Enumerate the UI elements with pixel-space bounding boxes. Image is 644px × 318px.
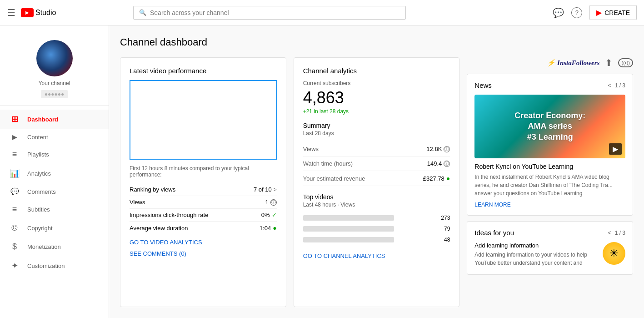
go-to-video-analytics-link[interactable]: GO TO VIDEO ANALYTICS: [130, 239, 277, 246]
sidebar-item-label: Dashboard: [27, 116, 58, 123]
summary-period: Last 28 days: [303, 130, 450, 136]
ctr-check-icon: ✓: [272, 212, 277, 218]
top-videos-period: Last 48 hours · Views: [303, 202, 450, 208]
search-bar[interactable]: 🔍: [133, 6, 406, 20]
help-icon[interactable]: ?: [571, 7, 582, 18]
latest-video-title: Latest video performance: [130, 67, 277, 75]
ranking-row: Ranking by views 7 of 10 >: [130, 183, 277, 196]
page-title: Channel dashboard: [120, 36, 633, 48]
top-video-row-3: 48: [303, 234, 450, 245]
ideas-text-area: Add learning information Add learning in…: [474, 242, 599, 267]
nav-right: 💬 ? ▶ CREATE: [553, 5, 637, 20]
channel-sub: ●●●●●●: [41, 90, 68, 98]
ranking-chevron: >: [274, 187, 277, 193]
channel-analytics-card: Channel analytics Current subscribers 4,…: [294, 57, 460, 307]
latest-video-card: Latest video performance First 12 hours …: [120, 57, 286, 307]
news-prev-icon[interactable]: <: [608, 82, 611, 89]
see-comments-link[interactable]: SEE COMMENTS (0): [130, 250, 277, 257]
watch-time-row: Watch time (hours) 149.4 ⓘ: [303, 156, 450, 171]
sidebar-item-customization[interactable]: ✦ Customization: [0, 256, 109, 275]
sidebar-item-comments[interactable]: 💬 Comments: [0, 183, 109, 200]
sidebar-item-label: Analytics: [27, 170, 51, 177]
top-videos-title: Top videos: [303, 193, 450, 201]
news-card: News < 1 / 3 Creator Economy: AMA series…: [467, 74, 633, 216]
video-thumbnail[interactable]: [130, 80, 277, 160]
subscribers-change: +21 in last 28 days: [303, 108, 450, 115]
learn-more-link[interactable]: LEARN MORE: [474, 202, 510, 208]
news-card-desc: In the next installment of Robert Kyncl'…: [474, 173, 625, 197]
message-icon[interactable]: 💬: [553, 7, 564, 18]
top-video-title-1: [303, 215, 394, 221]
content-icon: ▶: [9, 133, 20, 141]
studio-label: Studio: [35, 9, 56, 17]
news-play-icon[interactable]: ▶: [609, 143, 622, 155]
menu-icon[interactable]: ☰: [7, 7, 15, 18]
analytics-icon: 📊: [9, 168, 20, 178]
views-analytics-info[interactable]: ⓘ: [444, 146, 450, 152]
ideas-header: Ideas for you < 1 / 3: [474, 229, 625, 237]
channel-analytics-title: Channel analytics: [303, 67, 450, 75]
comments-icon: 💬: [9, 187, 20, 196]
customization-icon: ✦: [9, 261, 20, 271]
ideas-content: Add learning information Add learning in…: [474, 242, 625, 267]
sidebar-item-monetization[interactable]: $ Monetization: [0, 237, 109, 256]
sidebar-item-dashboard[interactable]: ⊞ Dashboard: [0, 110, 109, 129]
views-value: 1 ⓘ: [265, 199, 276, 206]
revenue-value: £327.78 ●: [423, 175, 450, 182]
main-layout: Your channel ●●●●●● ⊞ Dashboard ▶ Conten…: [0, 0, 644, 318]
views-analytics-label: Views: [303, 146, 319, 152]
channel-info: Your channel ●●●●●●: [0, 33, 109, 106]
sidebar: Your channel ●●●●●● ⊞ Dashboard ▶ Conten…: [0, 25, 109, 318]
duration-badge: ●: [273, 224, 276, 232]
channel-label: Your channel: [39, 80, 70, 86]
ideas-desc: Add learning information to your videos …: [474, 251, 599, 267]
ctr-label: Impressions click-through rate: [130, 212, 208, 218]
watch-time-value: 149.4 ⓘ: [427, 160, 450, 167]
ranking-value: 7 of 10 >: [254, 186, 277, 193]
views-label: Views: [130, 199, 145, 206]
upload-icon[interactable]: ⬆: [605, 57, 613, 68]
views-info-icon[interactable]: ⓘ: [270, 199, 277, 206]
sidebar-item-analytics[interactable]: 📊 Analytics: [0, 164, 109, 183]
news-thumbnail[interactable]: Creator Economy: AMA series #3 Learning …: [474, 95, 625, 158]
watch-time-info[interactable]: ⓘ: [444, 161, 450, 167]
sidebar-item-content[interactable]: ▶ Content: [0, 129, 109, 145]
right-panel: ⚡ InstaFollowers ⬆ ((•)) News < 1 / 3: [467, 57, 633, 307]
sidebar-item-label: Comments: [27, 188, 56, 195]
ideas-illustration: ☀: [603, 242, 625, 265]
live-icon[interactable]: ((•)): [618, 58, 633, 67]
go-to-channel-analytics-link[interactable]: GO TO CHANNEL ANALYTICS: [303, 252, 450, 259]
views-row: Views 1 ⓘ: [130, 196, 277, 209]
news-page: 1 / 3: [615, 82, 625, 89]
revenue-icon: ●: [446, 175, 450, 182]
sidebar-item-label: Subtitles: [27, 206, 50, 213]
ideas-pagination: < 1 / 3: [608, 230, 625, 236]
top-video-views-3: 48: [444, 237, 450, 243]
sidebar-item-label: Customization: [27, 262, 65, 269]
search-icon: 🔍: [139, 9, 146, 16]
news-card-title: Robert Kyncl on YouTube Learning: [474, 163, 625, 170]
dashboard-grid: Latest video performance First 12 hours …: [120, 57, 633, 307]
top-video-title-3: [303, 237, 394, 242]
perf-note: First 12 hours 8 minutes compared to you…: [130, 165, 277, 178]
summary-title: Summary: [303, 122, 450, 129]
watch-time-label: Watch time (hours): [303, 160, 353, 167]
sidebar-item-playlists[interactable]: ≡ Playlists: [0, 145, 109, 164]
ranking-label: Ranking by views: [130, 186, 175, 193]
ideas-prev-icon[interactable]: <: [608, 230, 611, 236]
revenue-label: Your estimated revenue: [303, 175, 365, 182]
subscribers-label: Current subscribers: [303, 80, 450, 86]
top-video-title-2: [303, 226, 394, 232]
playlists-icon: ≡: [9, 150, 20, 159]
avatar[interactable]: [36, 40, 73, 76]
ideas-title: Ideas for you: [474, 229, 514, 237]
instafollowers-bar: ⚡ InstaFollowers ⬆ ((•)): [467, 57, 633, 68]
logo-area[interactable]: Studio: [21, 8, 56, 17]
duration-row: Average view duration 1:04 ●: [130, 222, 277, 234]
create-button[interactable]: ▶ CREATE: [589, 5, 637, 20]
content-area: Channel dashboard Latest video performan…: [109, 25, 644, 318]
search-input[interactable]: [150, 9, 400, 16]
sidebar-item-copyright[interactable]: © Copyright: [0, 219, 109, 237]
instafollowers-logo[interactable]: ⚡ InstaFollowers: [547, 59, 599, 67]
sidebar-item-subtitles[interactable]: ≡ Subtitles: [0, 200, 109, 219]
